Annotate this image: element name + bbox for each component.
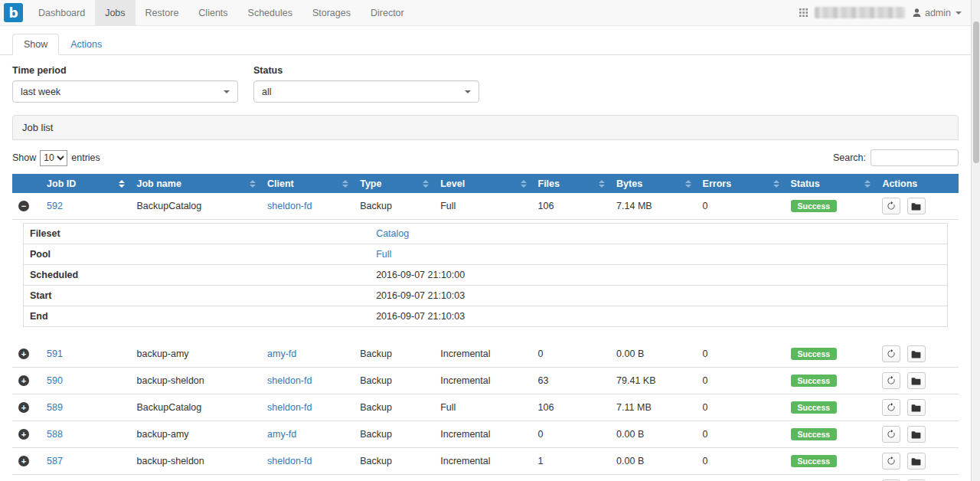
time-period-select[interactable]: last week bbox=[12, 80, 238, 103]
sort-icon[interactable] bbox=[521, 180, 527, 188]
job-bytes-cell: 0.00 B bbox=[610, 421, 696, 448]
job-files-button[interactable] bbox=[907, 453, 926, 470]
job-id-link[interactable]: 591 bbox=[47, 348, 63, 359]
status-select[interactable]: all bbox=[253, 80, 479, 103]
column-header-actions[interactable]: Actions bbox=[876, 174, 959, 193]
column-header-type[interactable]: Type bbox=[354, 174, 434, 193]
job-actions-cell bbox=[876, 448, 959, 475]
column-header-bytes[interactable]: Bytes bbox=[610, 174, 696, 193]
column-header-files[interactable]: Files bbox=[532, 174, 611, 193]
job-files-cell: 0 bbox=[532, 341, 611, 368]
status-value: all bbox=[262, 87, 272, 97]
nav-item-restore[interactable]: Restore bbox=[136, 0, 189, 25]
sort-icon[interactable] bbox=[685, 180, 691, 188]
job-files-button[interactable] bbox=[907, 345, 926, 362]
user-icon bbox=[912, 8, 922, 18]
caret-down-icon bbox=[224, 90, 230, 93]
detail-link[interactable]: Full bbox=[376, 249, 391, 260]
rerun-job-button[interactable] bbox=[882, 345, 900, 362]
expand-row-button[interactable]: + bbox=[18, 456, 29, 466]
rerun-job-button[interactable] bbox=[882, 372, 900, 389]
client-link[interactable]: amy-fd bbox=[267, 429, 296, 440]
job-files-cell: 106 bbox=[532, 475, 611, 481]
sort-icon[interactable] bbox=[342, 180, 348, 188]
detail-value: Full bbox=[370, 244, 947, 265]
nav-item-schedules[interactable]: Schedules bbox=[238, 0, 302, 25]
navbar-right: admin bbox=[799, 0, 971, 25]
nav-item-director[interactable]: Director bbox=[361, 0, 414, 25]
column-header-status[interactable]: Status bbox=[785, 174, 877, 193]
expand-cell: + bbox=[12, 368, 41, 394]
nav-item-clients[interactable]: Clients bbox=[188, 0, 237, 25]
job-name-cell: backup-sheldon bbox=[130, 448, 261, 475]
job-level-cell: Incremental bbox=[434, 341, 531, 368]
scrollbar-thumb[interactable] bbox=[973, 21, 979, 163]
job-files-button[interactable] bbox=[907, 426, 926, 443]
job-type-cell: Backup bbox=[354, 394, 434, 421]
time-period-label: Time period bbox=[12, 65, 238, 76]
job-id-link[interactable]: 587 bbox=[47, 456, 63, 466]
sort-icon[interactable] bbox=[864, 180, 871, 188]
detail-link[interactable]: Catalog bbox=[376, 228, 409, 239]
client-cell: sheldon-fd bbox=[261, 448, 354, 475]
job-name-cell: BackupCatalog bbox=[130, 475, 261, 481]
sort-icon[interactable] bbox=[599, 180, 605, 188]
client-cell: sheldon-fd bbox=[261, 368, 354, 394]
job-id-cell: 592 bbox=[41, 193, 130, 220]
client-link[interactable]: sheldon-fd bbox=[267, 375, 312, 386]
detail-value: Catalog bbox=[370, 224, 947, 244]
nav-item-dashboard[interactable]: Dashboard bbox=[28, 0, 95, 25]
expand-row-button[interactable]: + bbox=[18, 348, 29, 359]
column-header-level[interactable]: Level bbox=[434, 174, 531, 193]
job-row: + 591 backup-amy amy-fd Backup Increment… bbox=[12, 341, 959, 368]
tab-actions[interactable]: Actions bbox=[59, 34, 113, 55]
caret-down-icon bbox=[956, 11, 962, 15]
expand-row-button[interactable]: + bbox=[18, 402, 29, 413]
bareos-logo[interactable]: b bbox=[0, 0, 28, 25]
client-link[interactable]: sheldon-fd bbox=[267, 402, 312, 413]
nav-item-jobs[interactable]: Jobs bbox=[95, 0, 135, 25]
job-files-button[interactable] bbox=[907, 198, 926, 214]
sort-icon[interactable] bbox=[119, 180, 125, 188]
table-controls: Show 10 entries Search: bbox=[12, 149, 959, 166]
job-id-link[interactable]: 589 bbox=[47, 402, 63, 413]
sort-icon[interactable] bbox=[250, 180, 256, 188]
expand-row-button[interactable]: + bbox=[18, 429, 29, 440]
column-header-job-name[interactable]: Job name bbox=[130, 174, 261, 193]
entries-length-control: Show 10 entries bbox=[12, 150, 100, 166]
search-input[interactable] bbox=[871, 149, 959, 166]
column-header-job-id[interactable]: Job ID bbox=[41, 174, 130, 193]
expand-row-button[interactable]: + bbox=[18, 375, 29, 386]
user-menu[interactable]: admin bbox=[912, 8, 962, 18]
tab-show[interactable]: Show bbox=[12, 34, 59, 55]
job-id-link[interactable]: 588 bbox=[47, 429, 63, 440]
job-actions-cell bbox=[876, 368, 959, 394]
job-files-button[interactable] bbox=[907, 372, 926, 389]
expand-row-button[interactable]: − bbox=[18, 201, 29, 211]
client-link[interactable]: sheldon-fd bbox=[267, 456, 312, 466]
search-control: Search: bbox=[833, 149, 959, 166]
column-header-label: Files bbox=[538, 178, 560, 189]
job-files-button[interactable] bbox=[907, 399, 926, 416]
client-link[interactable]: amy-fd bbox=[267, 348, 296, 359]
rerun-job-button[interactable] bbox=[882, 198, 900, 214]
nav-item-storages[interactable]: Storages bbox=[302, 0, 361, 25]
job-level-cell: Full bbox=[434, 193, 531, 220]
job-id-link[interactable]: 592 bbox=[47, 201, 63, 211]
rerun-job-button[interactable] bbox=[882, 453, 900, 470]
apps-grid-icon[interactable] bbox=[799, 8, 808, 17]
sort-icon[interactable] bbox=[773, 180, 779, 188]
vertical-scrollbar[interactable] bbox=[971, 0, 980, 481]
job-status-cell: Success bbox=[785, 394, 877, 421]
job-id-link[interactable]: 590 bbox=[47, 375, 63, 386]
entries-select[interactable]: 10 bbox=[40, 150, 67, 166]
column-header-errors[interactable]: Errors bbox=[697, 174, 785, 193]
sort-icon[interactable] bbox=[423, 180, 429, 188]
rerun-job-button[interactable] bbox=[882, 399, 900, 416]
expand-cell: + bbox=[12, 421, 41, 448]
job-detail-row: Start2016-09-07 21:10:03 bbox=[24, 286, 948, 306]
job-errors-cell: 0 bbox=[697, 475, 785, 481]
column-header-client[interactable]: Client bbox=[261, 174, 354, 193]
rerun-job-button[interactable] bbox=[882, 426, 900, 443]
client-link[interactable]: sheldon-fd bbox=[267, 201, 312, 211]
